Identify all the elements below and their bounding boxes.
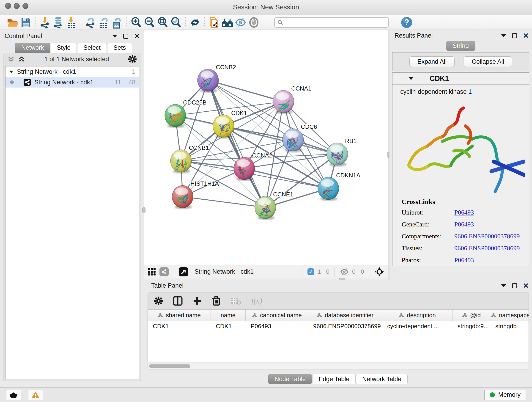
clone-network-icon[interactable] bbox=[207, 16, 221, 29]
gear-icon[interactable] bbox=[154, 297, 163, 305]
panel-close-icon[interactable]: ✕ bbox=[134, 34, 140, 39]
table-horizontal-scrollbar[interactable] bbox=[147, 364, 529, 370]
column-type-icon bbox=[399, 313, 404, 318]
zoom-fit-icon[interactable] bbox=[156, 16, 169, 29]
string-view-icon[interactable] bbox=[159, 267, 169, 276]
memory-button[interactable]: Memory bbox=[484, 390, 526, 400]
entry-expander-icon[interactable] bbox=[409, 77, 413, 80]
tab-network-table[interactable]: Network Table bbox=[356, 374, 408, 384]
node-CDKN1A[interactable] bbox=[318, 177, 339, 201]
zoom-in-icon[interactable] bbox=[129, 16, 143, 29]
refresh-layout-icon[interactable] bbox=[188, 16, 202, 29]
left-splitter-grip[interactable] bbox=[142, 207, 146, 213]
panel-float-icon[interactable] bbox=[123, 34, 128, 39]
table-cell[interactable]: CDK1 bbox=[211, 321, 246, 331]
node-CDC25B[interactable] bbox=[165, 104, 186, 128]
scrollbar-thumb[interactable] bbox=[149, 364, 190, 368]
column-header-description[interactable]: description bbox=[382, 310, 452, 321]
column-type-icon bbox=[317, 313, 322, 318]
zoom-out-icon[interactable] bbox=[143, 16, 156, 29]
edge-HIST1H1A-CCNE1[interactable] bbox=[183, 197, 265, 207]
crosslink-link[interactable]: P06493 bbox=[454, 221, 474, 228]
export-network-icon[interactable] bbox=[84, 16, 97, 29]
column-header-shared-name[interactable]: shared name bbox=[148, 310, 211, 321]
export-image-icon[interactable] bbox=[110, 16, 124, 29]
node-HIST1H1A[interactable] bbox=[172, 185, 193, 209]
first-neighbors-icon[interactable] bbox=[221, 16, 234, 29]
save-icon[interactable] bbox=[19, 16, 32, 29]
hidden-eye-icon[interactable] bbox=[340, 268, 349, 276]
collapse-all-networks-icon[interactable] bbox=[7, 56, 14, 63]
tab-node-table[interactable]: Node Table bbox=[268, 374, 312, 384]
panel-close-icon[interactable]: ✕ bbox=[523, 283, 529, 288]
graphics-details-icon[interactable] bbox=[247, 16, 260, 29]
table-row[interactable]: CDK1CDK1P064939606.ENSP00000378699cyclin… bbox=[148, 321, 529, 332]
gear-icon[interactable] bbox=[128, 55, 137, 63]
table-cell[interactable]: 9606.ENSP00000378699 bbox=[308, 321, 382, 331]
import-table-icon[interactable] bbox=[65, 16, 78, 29]
string-network-icon bbox=[23, 78, 31, 86]
panel-float-icon[interactable] bbox=[512, 33, 517, 38]
warnings-button[interactable] bbox=[28, 390, 43, 400]
add-column-icon[interactable] bbox=[193, 296, 202, 306]
node-CCNB2[interactable] bbox=[197, 69, 219, 93]
node-CCNB1[interactable] bbox=[171, 150, 191, 173]
node-CDC6[interactable] bbox=[283, 128, 304, 152]
panel-collapse-icon[interactable] bbox=[501, 34, 506, 37]
table-cell[interactable]: stringdb bbox=[490, 321, 529, 331]
table-cell[interactable]: stringdb:9... bbox=[452, 321, 490, 331]
panel-float-icon[interactable] bbox=[512, 283, 517, 288]
tab-edge-table[interactable]: Edge Table bbox=[312, 374, 355, 384]
network-row[interactable]: String Network - cdk1 11 48 bbox=[6, 77, 139, 88]
collapse-all-button[interactable]: Collapse All bbox=[464, 56, 512, 67]
node-table[interactable]: shared namenamecanonical namedatabase id… bbox=[147, 310, 529, 362]
tab-style[interactable]: Style bbox=[51, 43, 77, 53]
panel-collapse-icon[interactable] bbox=[501, 284, 506, 287]
fit-crosshair-icon[interactable] bbox=[374, 267, 385, 277]
tab-sets[interactable]: Sets bbox=[107, 43, 132, 53]
column-header-database-identifier[interactable]: database identifier bbox=[308, 310, 382, 321]
tree-expander-icon[interactable] bbox=[9, 70, 13, 73]
column-header-canonical-name[interactable]: canonical name bbox=[246, 310, 308, 321]
show-columns-icon[interactable] bbox=[173, 296, 183, 306]
edge-CCNB2-CCNA1[interactable] bbox=[208, 80, 283, 102]
table-cell[interactable]: P06493 bbox=[246, 321, 308, 331]
column-header-namespace[interactable]: namespace bbox=[490, 310, 529, 321]
table-cell[interactable]: cyclin-dependent ... bbox=[382, 321, 452, 331]
zoom-selected-icon[interactable] bbox=[169, 16, 183, 29]
tab-select[interactable]: Select bbox=[77, 43, 107, 53]
cloud-button[interactable] bbox=[6, 390, 21, 400]
panel-collapse-icon[interactable] bbox=[112, 35, 117, 38]
hide-selected-icon[interactable] bbox=[234, 16, 247, 29]
export-table-icon[interactable] bbox=[97, 16, 110, 29]
column-header--id[interactable]: @id bbox=[452, 310, 490, 321]
tab-network[interactable]: Network bbox=[15, 43, 50, 53]
node-CCNE1[interactable] bbox=[255, 196, 276, 220]
network-canvas[interactable]: CCNB2CCNA1CDC25BCDK1CDC6RB1CCNB1CCNA2CDK… bbox=[144, 30, 388, 265]
panel-close-icon[interactable]: ✕ bbox=[523, 33, 529, 38]
import-database-icon[interactable] bbox=[51, 16, 65, 29]
edge-CCNB2-CCNE1[interactable] bbox=[208, 80, 265, 207]
column-header-name[interactable]: name bbox=[211, 310, 246, 321]
node-RB1[interactable] bbox=[327, 143, 348, 166]
birds-eye-grid-icon[interactable] bbox=[147, 268, 156, 276]
crosslink-link[interactable]: 9606.ENSP00000378699 bbox=[454, 245, 520, 252]
crosslink-link[interactable]: P06493 bbox=[454, 256, 474, 264]
import-network-icon[interactable] bbox=[38, 16, 51, 29]
tab-string[interactable]: String bbox=[446, 41, 475, 51]
expand-all-button[interactable]: Expand All bbox=[409, 56, 455, 67]
search-input[interactable] bbox=[274, 17, 389, 28]
node-CCNA1[interactable] bbox=[273, 90, 294, 114]
selected-checkbox-icon[interactable]: ✓ bbox=[307, 268, 314, 275]
cloud-icon bbox=[9, 392, 18, 398]
delete-column-icon[interactable] bbox=[212, 296, 221, 306]
crosslink-link[interactable]: P06493 bbox=[454, 209, 474, 216]
crosslink-link[interactable]: 9606.ENSP00000378699 bbox=[454, 233, 520, 240]
open-folder-icon[interactable] bbox=[6, 16, 19, 29]
open-in-browser-icon[interactable] bbox=[179, 267, 188, 276]
crosslinks-section: CrossLinks Uniprot:P06493GeneCard:P06493… bbox=[393, 197, 529, 264]
network-collection-row[interactable]: String Network - cdk1 1 bbox=[6, 66, 139, 77]
help-icon[interactable]: ? bbox=[401, 17, 413, 28]
table-cell[interactable]: CDK1 bbox=[148, 321, 211, 331]
expand-all-networks-icon[interactable] bbox=[18, 56, 25, 63]
